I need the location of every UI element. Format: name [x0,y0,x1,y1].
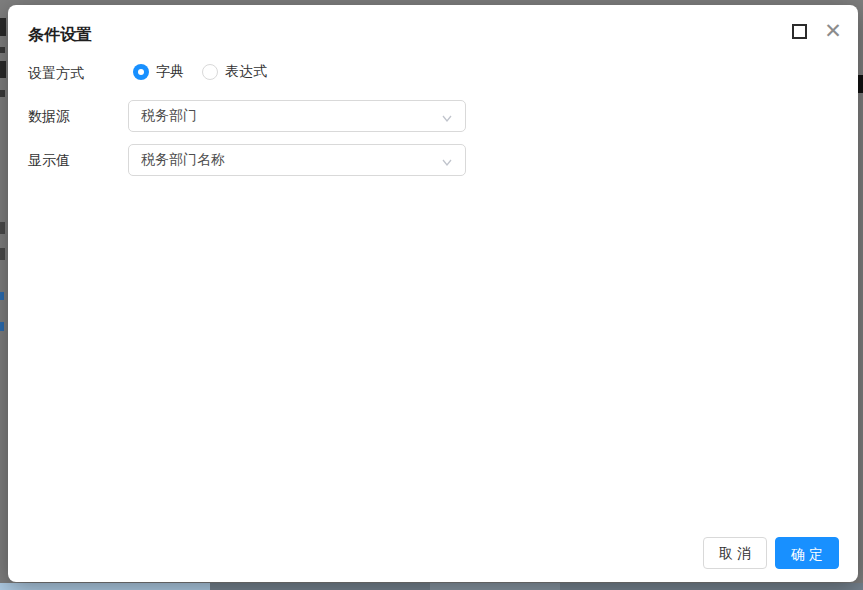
setting-method-radio-group: 字典 表达式 [133,63,285,81]
data-source-select[interactable]: 税务部门 [128,100,466,132]
background-bottom-bar-mid-segment [430,583,560,590]
background-page-bottom-bar [0,583,863,590]
setting-method-label: 设置方式 [28,65,84,83]
display-value-label: 显示值 [28,152,70,170]
radio-option-label: 表达式 [225,63,267,81]
background-fragment [0,90,5,97]
background-fragment [0,248,5,260]
background-fragment [0,47,5,53]
chevron-down-icon [441,156,453,168]
radio-selected-icon[interactable] [133,64,149,80]
background-fragment [0,222,5,234]
maximize-icon[interactable] [792,24,807,39]
background-fragment [0,322,4,331]
radio-option-label: 字典 [156,63,184,81]
data-source-label: 数据源 [28,108,70,126]
confirm-button[interactable]: 确 定 [775,537,839,569]
radio-option-expression[interactable]: 表达式 [202,63,267,81]
chevron-down-icon [441,112,453,124]
dialog-title: 条件设置 [28,25,92,46]
radio-unselected-icon[interactable] [202,64,218,80]
background-bottom-bar-blue-segment [0,583,210,590]
background-fragment [0,61,6,78]
background-fragment [0,18,6,36]
display-value-value: 税务部门名称 [141,151,225,169]
display-value-select[interactable]: 税务部门名称 [128,144,466,176]
radio-option-dictionary[interactable]: 字典 [133,63,184,81]
condition-settings-dialog: 条件设置 ✕ 设置方式 字典 表达式 数据源 税务部门 显示值 税务部门名称 取… [8,5,858,582]
cancel-button[interactable]: 取 消 [703,537,767,569]
close-icon[interactable]: ✕ [820,17,846,45]
data-source-value: 税务部门 [141,107,197,125]
background-fragment [0,292,4,300]
